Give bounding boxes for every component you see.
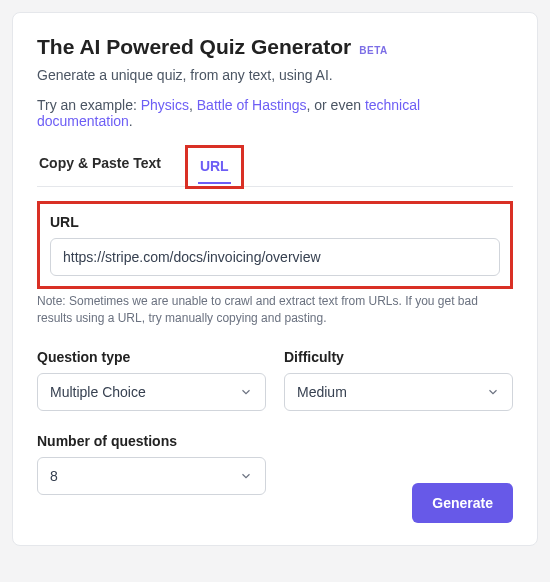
tab-url[interactable]: URL bbox=[198, 150, 231, 184]
page-subtitle: Generate a unique quiz, from any text, u… bbox=[37, 67, 513, 83]
difficulty-label: Difficulty bbox=[284, 349, 513, 365]
url-section: URL bbox=[37, 201, 513, 289]
page-title: The AI Powered Quiz Generator bbox=[37, 35, 351, 59]
difficulty-select[interactable]: Medium bbox=[284, 373, 513, 411]
example-prefix: Try an example: bbox=[37, 97, 141, 113]
input-mode-tabs: Copy & Paste Text URL bbox=[37, 145, 513, 187]
url-field-label: URL bbox=[50, 214, 500, 230]
example-suffix: . bbox=[129, 113, 133, 129]
question-type-value: Multiple Choice bbox=[50, 384, 146, 400]
question-type-select[interactable]: Multiple Choice bbox=[37, 373, 266, 411]
title-row: The AI Powered Quiz Generator BETA bbox=[37, 35, 513, 59]
options-row-1: Question type Multiple Choice Difficulty… bbox=[37, 349, 513, 411]
url-input[interactable] bbox=[50, 238, 500, 276]
example-sep: , bbox=[189, 97, 197, 113]
question-type-col: Question type Multiple Choice bbox=[37, 349, 266, 411]
url-note: Note: Sometimes we are unable to crawl a… bbox=[37, 293, 513, 327]
beta-badge: BETA bbox=[359, 45, 387, 56]
quiz-generator-card: The AI Powered Quiz Generator BETA Gener… bbox=[12, 12, 538, 546]
chevron-down-icon bbox=[239, 385, 253, 399]
example-mid: , or even bbox=[307, 97, 365, 113]
num-questions-col: Number of questions 8 bbox=[37, 433, 266, 495]
footer: Generate bbox=[412, 483, 513, 523]
num-questions-label: Number of questions bbox=[37, 433, 266, 449]
generate-button[interactable]: Generate bbox=[412, 483, 513, 523]
chevron-down-icon bbox=[239, 469, 253, 483]
difficulty-col: Difficulty Medium bbox=[284, 349, 513, 411]
example-link-physics[interactable]: Physics bbox=[141, 97, 189, 113]
chevron-down-icon bbox=[486, 385, 500, 399]
difficulty-value: Medium bbox=[297, 384, 347, 400]
example-link-battle-of-hastings[interactable]: Battle of Hastings bbox=[197, 97, 307, 113]
example-line: Try an example: Physics, Battle of Hasti… bbox=[37, 97, 513, 129]
question-type-label: Question type bbox=[37, 349, 266, 365]
num-questions-value: 8 bbox=[50, 468, 58, 484]
highlight-box-tab: URL bbox=[185, 145, 244, 189]
tab-copy-paste-text[interactable]: Copy & Paste Text bbox=[37, 145, 163, 186]
num-questions-select[interactable]: 8 bbox=[37, 457, 266, 495]
